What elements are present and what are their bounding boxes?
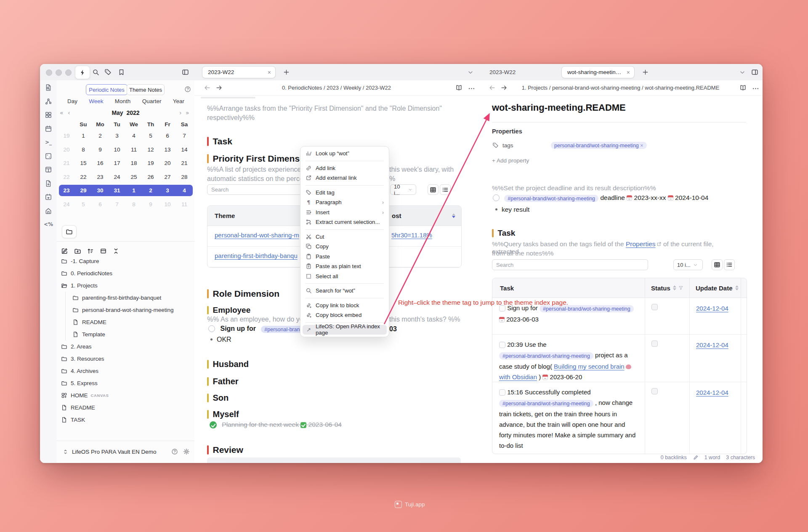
calendar-day[interactable]: 8 [125, 201, 142, 207]
tree-item-2-areas[interactable]: 2. Areas [57, 340, 194, 353]
tag-pill[interactable]: #personal-brand/wot-sharing-meeting [504, 195, 598, 202]
internal-link[interactable]: with Obsidian [499, 373, 537, 380]
calendar-day[interactable]: 10 [159, 201, 176, 207]
sort-icon[interactable] [673, 285, 676, 290]
update-date-link[interactable]: 2024-12-04 [696, 387, 728, 398]
sort-icon[interactable] [452, 213, 455, 218]
tab-day[interactable]: Day [67, 98, 77, 104]
tab-week[interactable]: Week [89, 98, 103, 104]
remove-tag-icon[interactable]: × [640, 143, 643, 149]
theme-link[interactable]: personal-brand-wot-sharing-m [215, 231, 299, 239]
calendar-day[interactable]: 14 [176, 146, 193, 153]
calendar-day[interactable]: 4 [176, 187, 193, 194]
calendar-day[interactable]: 30 [92, 187, 109, 194]
sort-icon[interactable] [87, 247, 94, 255]
properties-label[interactable]: Properties [492, 128, 522, 135]
calendar-day[interactable]: 17 [109, 160, 125, 166]
tag-pill[interactable]: personal-brand/wot-sharing-meeting × [551, 142, 647, 149]
tab-readme[interactable]: wot-sharing-meeting.RE... × [561, 66, 635, 78]
tree-item--1-capture[interactable]: -1. Capture [57, 255, 194, 267]
tab-close-icon[interactable]: × [263, 69, 271, 76]
calendar-day[interactable]: 19 [142, 160, 159, 166]
calendar-day[interactable]: 2 [92, 133, 109, 139]
menu-item-insert[interactable]: Insert› [303, 207, 387, 218]
tree-item-1-projects[interactable]: 1. Projects [57, 279, 194, 292]
calendar-day[interactable]: 11 [176, 201, 193, 207]
tab-close-icon[interactable]: × [622, 69, 630, 76]
templater-icon[interactable]: <% [45, 221, 52, 228]
items-per-page-select[interactable]: 10 i... [390, 184, 416, 195]
home-icon[interactable] [45, 207, 52, 215]
calendar-day[interactable]: 9 [142, 201, 159, 207]
calendar-day[interactable]: 5 [75, 201, 92, 207]
calendar-day[interactable]: 9 [92, 146, 109, 153]
calendar-day[interactable]: 1 [75, 133, 92, 139]
list-view-button[interactable] [724, 259, 735, 270]
menu-item-search-for-wot[interactable]: Search for “wot” [303, 286, 387, 296]
calendar-day[interactable]: 6 [92, 201, 109, 207]
items-per-page-select[interactable]: 10 i... [673, 259, 703, 270]
tree-item-3-resources[interactable]: 3. Resources [57, 353, 194, 365]
menu-item-paste[interactable]: Paste [303, 252, 387, 262]
week-number[interactable]: 21 [58, 160, 75, 166]
split-pane-icon[interactable] [751, 69, 758, 76]
tree-item-task[interactable]: TASK [57, 414, 194, 426]
next-month-icon[interactable]: › [179, 109, 182, 116]
calendar-day[interactable]: 4 [125, 133, 142, 139]
breadcrumb[interactable]: 0. PeriodicNotes / 2023 / Weekly / 2023-… [194, 85, 478, 91]
task-checkbox[interactable] [493, 194, 500, 201]
theme-link[interactable]: parenting-first-birthday-banqu [215, 252, 298, 259]
vault-switcher[interactable]: LifeOS Pro PARA Vault EN Demo [57, 441, 194, 463]
calendar-day[interactable]: 2 [142, 187, 159, 194]
menu-item-paste-as-plain-text[interactable]: Paste as plain text [303, 261, 387, 271]
list-view-button[interactable] [440, 184, 451, 195]
menu-item-lifeos-open-para-index-page[interactable]: ↗LifeOS: Open PARA index page [303, 325, 387, 335]
menu-item-add-external-link[interactable]: Add external link [303, 173, 387, 183]
calendar-day[interactable]: 24 [109, 174, 125, 180]
menu-item-add-link[interactable]: Add link [303, 163, 387, 173]
tab-periodic-notes[interactable]: Periodic Notes [86, 84, 128, 95]
calendar-day[interactable]: 25 [125, 174, 142, 180]
calendar-day[interactable]: 22 [75, 174, 92, 180]
menu-item-paragraph[interactable]: ¶Paragraph› [303, 197, 387, 207]
reading-view-icon[interactable] [455, 84, 462, 91]
week-number[interactable]: 19 [58, 133, 75, 139]
terminal-icon[interactable]: >_ [45, 138, 52, 146]
calendar-day[interactable]: 21 [176, 160, 193, 166]
new-folder-icon[interactable] [74, 247, 81, 255]
quick-action-button[interactable] [75, 66, 90, 79]
tab-2023-w22-inactive[interactable]: 2023-W22 [489, 69, 516, 75]
next-year-icon[interactable]: » [186, 109, 189, 116]
tree-item-0-periodicnotes[interactable]: 0. PeriodicNotes [57, 267, 194, 279]
breadcrumb[interactable]: 1. Projects / personal-brand-wot-sharing… [478, 85, 763, 91]
settings-icon[interactable] [183, 448, 190, 455]
menu-item-copy-link-to-block[interactable]: Copy link to block [303, 301, 387, 311]
property-key[interactable]: tags [502, 142, 545, 149]
menu-item-extract-current-selection[interactable]: Extract current selection... [303, 217, 387, 227]
menu-item-cut[interactable]: Cut [303, 232, 387, 242]
menu-item-copy-block-embed[interactable]: Copy block embed [303, 310, 387, 320]
more-options-icon[interactable] [468, 85, 475, 92]
search-icon[interactable] [92, 69, 99, 76]
new-tab-icon[interactable] [283, 69, 290, 75]
task-checkbox[interactable] [499, 389, 505, 396]
table-view-button[interactable] [428, 184, 439, 195]
table-view-button[interactable] [712, 259, 723, 270]
update-date-link[interactable]: 2024-12-04 [696, 340, 728, 350]
week-number[interactable]: 22 [58, 174, 75, 180]
calendar-day[interactable]: 11 [125, 146, 142, 153]
calendar-day[interactable]: 26 [142, 174, 159, 180]
calendar-day[interactable]: 1 [125, 187, 142, 194]
tag-pill[interactable]: #personal-brand/wot-sharing-meeting [499, 400, 593, 407]
add-property-button[interactable]: + Add property [492, 157, 529, 164]
file-explorer-button[interactable] [62, 225, 77, 238]
week-number[interactable]: 20 [58, 146, 75, 153]
filter-icon[interactable] [678, 285, 683, 290]
update-date-link[interactable]: 2024-12-04 [696, 303, 728, 314]
calendar-day[interactable]: 7 [109, 201, 125, 207]
help-icon[interactable] [171, 448, 178, 455]
calendar-day[interactable]: 10 [109, 146, 125, 153]
status-checkbox[interactable] [651, 340, 658, 347]
collapse-all-icon[interactable] [112, 247, 120, 255]
tag-icon[interactable] [104, 69, 112, 76]
